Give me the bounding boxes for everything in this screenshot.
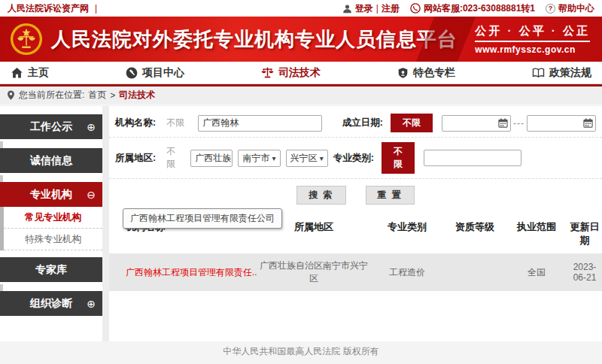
search-row-2: 所属地区: 不限 广西壮族自治 ▾ 南宁市 ▾ 兴宁区 ▾ 专业类别: 不限 (109, 138, 602, 179)
sidebar-item-expert-pool[interactable]: 专家库 (0, 257, 102, 282)
city-select[interactable]: 南宁市 ▾ (238, 150, 280, 167)
home-icon (11, 67, 23, 79)
chevron-down-icon: ▾ (272, 154, 276, 162)
city-select-value: 南宁市 (242, 152, 269, 165)
province-select-value: 广西壮族自治 (195, 152, 233, 165)
sidebar-label: 工作公示 (30, 120, 72, 134)
login-link[interactable]: 登录 (355, 2, 373, 15)
nav-item-featured[interactable]: 特色专栏 (397, 66, 455, 80)
nav-label-project-center: 项目中心 (142, 66, 184, 80)
platform-title: 人民法院对外委托专业机构专业人员信息平台 (51, 26, 458, 53)
category-label: 专业类别: (333, 152, 374, 165)
sidebar-label: 组织诊断 (30, 297, 72, 311)
org-name-unlimited[interactable]: 不限 (166, 117, 184, 129)
cell-scope: 全国 (506, 266, 567, 279)
founded-date-label: 成立日期: (342, 117, 383, 129)
sidebar-item-integrity-info[interactable]: 诚信信息 (0, 148, 102, 173)
reset-button[interactable]: 重 置 (366, 186, 415, 205)
footer-copyright: 中华人民共和国最高人民法院 版权所有 (0, 341, 602, 364)
sidebar-label: 专家库 (35, 263, 67, 277)
cell-updated: 2023-06-21 (567, 262, 602, 283)
sidebar-item-org-diagnosis[interactable]: 组织诊断 ⊕ (0, 291, 102, 316)
sidebar-sublabel: 常见专业机构 (25, 211, 81, 224)
login-group: 登录 | 注册 (342, 2, 400, 15)
search-button[interactable]: 搜 索 (296, 186, 345, 205)
breadcrumb-prefix: 您当前所在位置: (19, 89, 84, 102)
breadcrumb-home[interactable]: 首页 (88, 89, 106, 102)
book-icon (532, 67, 545, 79)
location-pin-icon (7, 90, 15, 100)
calendar-icon[interactable] (583, 118, 593, 128)
org-name-input[interactable] (198, 115, 322, 132)
col-header-scope: 执业范围 (506, 220, 567, 247)
sidebar-subitem-common-orgs[interactable]: 常见专业机构 (4, 207, 102, 229)
category-input[interactable] (424, 150, 521, 166)
sidebar-item-professional-orgs[interactable]: 专业机构 ⊖ (0, 182, 102, 207)
column-gap (102, 106, 109, 341)
nav-item-policies[interactable]: 政策法规 (532, 66, 591, 80)
sidebar-subnav: 常见专业机构 特殊专业机构 (0, 207, 102, 250)
breadcrumb-separator: > (110, 90, 115, 101)
category-unlimited-button[interactable]: 不限 (382, 142, 415, 174)
province-select[interactable]: 广西壮族自治 ▾ (190, 150, 233, 167)
search-row-1: 机构名称: 不限 成立日期: 不限 --- (109, 109, 602, 138)
scales-icon (261, 66, 274, 79)
phone-icon (410, 3, 421, 14)
main-nav: 主页 项目中心 司法技术 特色专栏 政策法规 (0, 62, 602, 84)
table-row: 广西翰林工程项目管理有限责任... 广西壮族自治区南宁市兴宁区 工程造价 全国 … (109, 253, 602, 291)
slogan-text: 公开 · 公平 · 公正 (475, 24, 590, 42)
gavel-circle-icon (126, 67, 138, 79)
nav-item-home[interactable]: 主页 (11, 66, 49, 80)
nav-label-home: 主页 (28, 66, 49, 80)
site-url: www.rmfysszc.gov.cn (475, 44, 590, 55)
sidebar-label: 专业机构 (30, 188, 72, 202)
topbar-divider: | (95, 3, 97, 14)
org-name-link[interactable]: 广西翰林工程项目管理有限责任... (126, 267, 257, 278)
cell-category: 工程造价 (370, 266, 444, 279)
nav-item-judicial-tech[interactable]: 司法技术 (261, 66, 321, 80)
hotline-group: 网站客服:023-63088881转1 (410, 2, 535, 15)
main-content: 机构名称: 不限 成立日期: 不限 --- 所属地区: 不限 广西壮族自治 ▾ … (109, 106, 602, 291)
login-register-divider: | (376, 3, 379, 14)
nav-label-featured: 特色专栏 (413, 66, 455, 80)
founded-unlimited-button[interactable]: 不限 (391, 114, 433, 132)
site-home-link[interactable]: 人民法院诉讼资产网 (8, 2, 89, 15)
org-name-tooltip: 广西翰林工程项目管理有限责任公司 (123, 208, 282, 229)
chevron-down-icon: ▾ (320, 154, 324, 162)
register-link[interactable]: 注册 (382, 2, 400, 15)
hotline-text: 网站客服:023-63088881转1 (424, 2, 535, 15)
help-group[interactable]: ? 帮助中心 (546, 2, 594, 15)
region-unlimited[interactable]: 不限 (166, 145, 177, 171)
district-select-value: 兴宁区 (290, 152, 318, 165)
nav-item-project-center[interactable]: 项目中心 (126, 66, 184, 80)
date-range-separator: --- (513, 118, 524, 129)
cell-region: 广西壮族自治区南宁市兴宁区 (257, 259, 370, 285)
shield-icon (397, 67, 409, 79)
sidebar-subitem-special-orgs[interactable]: 特殊专业机构 (4, 229, 102, 250)
sidebar-item-work-publicity[interactable]: 工作公示 ⊕ (0, 114, 102, 139)
district-select[interactable]: 兴宁区 ▾ (286, 150, 328, 167)
breadcrumb-current[interactable]: 司法技术 (119, 89, 155, 102)
breadcrumb: 您当前所在位置: 首页 > 司法技术 (0, 84, 602, 104)
person-icon (342, 4, 352, 14)
sidebar-label: 诚信信息 (30, 154, 72, 168)
nav-label-policies: 政策法规 (549, 66, 591, 80)
help-icon: ? (546, 4, 555, 14)
search-actions: 搜 索 重 置 (109, 179, 602, 211)
minus-circle-icon: ⊖ (87, 190, 96, 200)
region-label: 所属地区: (115, 152, 156, 165)
sidebar-sublabel: 特殊专业机构 (25, 233, 81, 246)
org-name-label: 机构名称: (115, 117, 156, 129)
col-header-updated: 更新日期 (567, 220, 602, 247)
top-utility-bar: 人民法院诉讼资产网 | 登录 | 注册 网站客服:023-63088881转1 … (0, 0, 602, 17)
plus-circle-icon: ⊕ (87, 299, 96, 309)
help-link[interactable]: 帮助中心 (558, 2, 594, 15)
nav-label-judicial-tech: 司法技术 (278, 66, 321, 80)
col-header-grade: 资质等级 (444, 220, 506, 247)
court-emblem-logo (9, 22, 44, 56)
site-banner: 人民法院对外委托专业机构专业人员信息平台 公开 · 公平 · 公正 www.rm… (0, 17, 602, 62)
col-header-category: 专业类别 (370, 220, 444, 247)
calendar-icon[interactable] (498, 118, 508, 128)
sidebar: 工作公示 ⊕ 诚信信息 专业机构 ⊖ 常见专业机构 特殊专业机构 专家库 组织诊… (0, 114, 102, 323)
plus-circle-icon: ⊕ (87, 122, 96, 132)
